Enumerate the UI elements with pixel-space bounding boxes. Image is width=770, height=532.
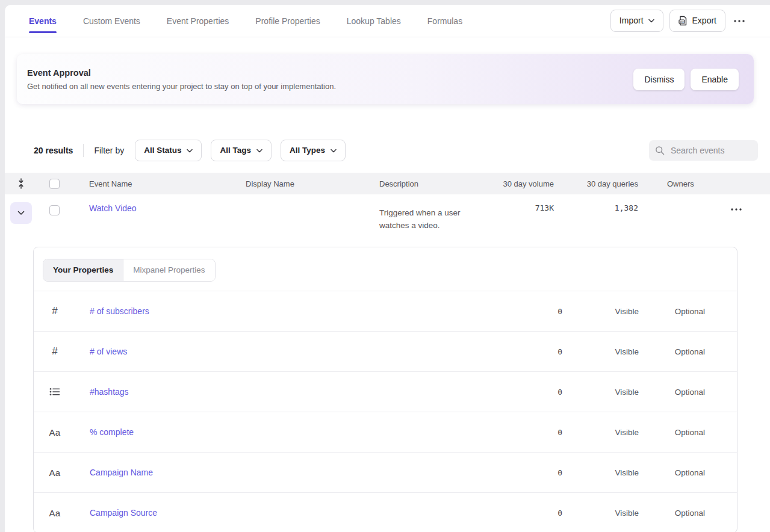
nav-tab-events[interactable]: Events [16, 5, 70, 37]
nav-actions: Import csv Export [610, 10, 747, 32]
properties-panel: Your Properties Mixpanel Properties # Aa… [33, 247, 737, 532]
property-count: 0 [526, 347, 562, 356]
number-type-icon: # [52, 345, 57, 357]
property-name-link[interactable]: % complete [90, 427, 134, 437]
property-visibility: Visible [562, 388, 639, 397]
property-requirement: Optional [639, 428, 705, 437]
nav-tab-label: Lookup Tables [347, 16, 401, 26]
property-requirement: Optional [639, 509, 705, 518]
property-type: # Aa [34, 508, 76, 518]
table-header: Event Name Display Name Description 30 d… [5, 173, 770, 194]
event-description: Triggered when a user watches a video. [379, 206, 476, 232]
property-requirement: Optional [639, 347, 705, 356]
chevron-down-icon [187, 149, 193, 153]
dismiss-button[interactable]: Dismiss [633, 69, 685, 90]
property-row: # Aa # of views 0 Visible Optional [34, 331, 737, 371]
property-visibility: Visible [562, 468, 639, 477]
number-type-icon: # [52, 305, 57, 317]
nav-tab-label: Custom Events [83, 16, 140, 26]
properties-tabs: Your Properties Mixpanel Properties [43, 259, 216, 282]
ellipsis-icon [731, 208, 742, 211]
property-row: # Aa #hashtags 0 Visible Optional [34, 371, 737, 412]
properties-tab-your-properties[interactable]: Your Properties [43, 259, 123, 281]
nav-tab-event-properties[interactable]: Event Properties [154, 5, 243, 37]
properties-tab-mixpanel-properties[interactable]: Mixpanel Properties [123, 259, 214, 281]
active-tab-underline [29, 31, 57, 33]
nav-tab-profile-properties[interactable]: Profile Properties [242, 5, 333, 37]
nav-tab-custom-events[interactable]: Custom Events [70, 5, 154, 37]
chevron-down-icon [648, 19, 654, 23]
property-name-link[interactable]: Campaign Name [90, 468, 153, 477]
collapse-all-rows-button[interactable] [16, 177, 26, 190]
property-name-link[interactable]: # of subscribers [90, 306, 149, 316]
property-type: # Aa [34, 345, 76, 357]
property-requirement: Optional [639, 388, 705, 397]
import-button[interactable]: Import [610, 10, 663, 32]
property-count: 0 [526, 307, 562, 316]
filter-by-label: Filter by [94, 146, 124, 155]
nav-tab-label: Event Properties [167, 16, 229, 26]
property-type: # Aa [34, 427, 76, 438]
filter-dropdown-all-types[interactable]: All Types [281, 140, 346, 161]
property-count: 0 [526, 428, 562, 437]
filter-dropdown-label: All Status [144, 146, 181, 155]
filter-dropdowns: All Status All Tags All Types [135, 140, 355, 161]
property-type: # Aa [34, 468, 76, 478]
nav-tab-lookup-tables[interactable]: Lookup Tables [334, 5, 414, 37]
select-all-checkbox[interactable] [49, 179, 60, 189]
event-30-day-volume: 713K [535, 203, 554, 212]
csv-file-icon: csv [678, 16, 688, 26]
import-label: Import [619, 16, 644, 26]
filter-dropdown-all-status[interactable]: All Status [135, 140, 202, 161]
filter-bar: 20 results Filter by All Status All Tags… [5, 140, 770, 161]
search-input[interactable] [669, 145, 752, 156]
row-checkbox[interactable] [49, 205, 60, 215]
enable-button[interactable]: Enable [691, 69, 739, 90]
top-nav: Events Custom Events Event Properties Pr… [5, 5, 770, 37]
row-more-button[interactable] [728, 205, 744, 214]
content-card: Events Custom Events Event Properties Pr… [5, 5, 770, 532]
event-name-link[interactable]: Watch Video [89, 203, 137, 213]
more-options-button[interactable] [731, 16, 747, 26]
text-type-icon: Aa [49, 508, 61, 518]
property-name-link[interactable]: # of views [90, 347, 127, 356]
export-button[interactable]: csv Export [669, 10, 725, 32]
header-owners: Owners [638, 179, 715, 188]
list-type-icon [49, 388, 60, 396]
nav-tab-label: Events [29, 16, 57, 26]
property-row: # Aa Campaign Source 0 Visible Optional [34, 492, 737, 532]
property-count: 0 [526, 388, 562, 397]
property-name-link[interactable]: Campaign Source [90, 508, 157, 518]
property-row: # Aa % complete 0 Visible Optional [34, 412, 737, 452]
banner-text: Event Approval Get notified on all new e… [27, 68, 633, 91]
chevron-down-icon [256, 149, 262, 153]
table-row: Watch Video Triggered when a user watche… [5, 194, 770, 247]
collapse-row-button[interactable] [10, 202, 32, 224]
property-visibility: Visible [562, 347, 639, 356]
property-type: # Aa [34, 305, 76, 317]
property-visibility: Visible [562, 307, 639, 316]
nav-tab-label: Formulas [427, 16, 462, 26]
property-row: # Aa # of subscribers 0 Visible Optional [34, 291, 737, 331]
property-name-link[interactable]: #hashtags [90, 387, 129, 397]
event-approval-banner: Event Approval Get notified on all new e… [17, 54, 754, 104]
banner-title: Event Approval [27, 68, 633, 78]
search-box[interactable] [649, 140, 758, 161]
text-type-icon: Aa [49, 427, 61, 438]
text-type-icon: Aa [49, 468, 61, 478]
results-count: 20 results [34, 146, 73, 155]
property-requirement: Optional [639, 468, 705, 477]
header-30-day-queries: 30 day queries [554, 179, 638, 188]
header-event-name: Event Name [89, 179, 246, 188]
properties-tab-label: Mixpanel Properties [133, 265, 205, 274]
header-display-name: Display Name [246, 179, 379, 188]
nav-tab-formulas[interactable]: Formulas [414, 5, 476, 37]
nav-tabs: Events Custom Events Event Properties Pr… [16, 5, 476, 37]
header-30-day-volume: 30 day volume [494, 179, 554, 188]
filter-dropdown-all-tags[interactable]: All Tags [211, 140, 272, 161]
collapse-rows-icon [17, 178, 25, 189]
export-label: Export [692, 16, 716, 26]
property-visibility: Visible [562, 428, 639, 437]
divider [83, 144, 84, 157]
property-count: 0 [526, 468, 562, 477]
